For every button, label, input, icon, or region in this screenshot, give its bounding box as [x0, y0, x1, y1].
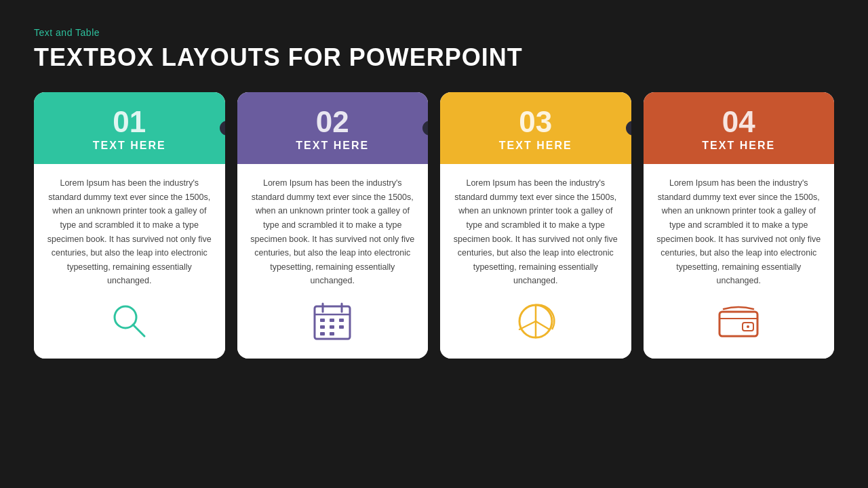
card-3: 03TEXT HERELorem Ipsum has been the indu…: [440, 92, 631, 359]
card-icon-3: [514, 298, 557, 345]
card-number-1: 01: [113, 107, 146, 137]
card-body-1: Lorem Ipsum has been the industry's stan…: [34, 164, 225, 359]
svg-rect-8: [339, 319, 344, 322]
card-text-2: Lorem Ipsum has been the industry's stan…: [248, 176, 418, 288]
card-header-2: 02TEXT HERE: [237, 92, 429, 164]
card-wrapper-4: 04TEXT HERELorem Ipsum has been the indu…: [644, 92, 835, 468]
card-number-4: 04: [722, 107, 755, 137]
svg-rect-9: [320, 325, 325, 329]
card-icon-4: [717, 298, 760, 345]
svg-rect-11: [339, 325, 344, 329]
card-header-3: 03TEXT HERE: [440, 92, 631, 164]
svg-rect-6: [320, 319, 325, 322]
card-label-1: TEXT HERE: [93, 140, 166, 152]
svg-rect-10: [330, 325, 334, 329]
card-text-4: Lorem Ipsum has been the industry's stan…: [654, 176, 824, 288]
card-number-2: 02: [316, 107, 349, 137]
card-number-3: 03: [519, 107, 552, 137]
svg-point-18: [747, 325, 749, 328]
card-1: 01TEXT HERELorem Ipsum has been the indu…: [34, 92, 225, 359]
svg-rect-7: [330, 319, 334, 322]
card-icon-1: [108, 298, 151, 345]
card-label-2: TEXT HERE: [296, 140, 369, 152]
card-body-4: Lorem Ipsum has been the industry's stan…: [644, 164, 835, 359]
card-body-3: Lorem Ipsum has been the industry's stan…: [440, 164, 631, 359]
main-title: TEXTBOX LAYOUTS FOR POWERPOINT: [34, 43, 834, 72]
card-label-4: TEXT HERE: [702, 140, 775, 152]
card-header-1: 01TEXT HERE: [34, 92, 225, 164]
svg-rect-15: [719, 312, 757, 336]
card-icon-2: [311, 298, 354, 345]
card-body-2: Lorem Ipsum has been the industry's stan…: [237, 164, 429, 359]
card-2: 02TEXT HERELorem Ipsum has been the indu…: [237, 92, 429, 359]
card-wrapper-1: 01TEXT HERELorem Ipsum has been the indu…: [34, 92, 225, 468]
card-label-3: TEXT HERE: [499, 140, 572, 152]
card-text-1: Lorem Ipsum has been the industry's stan…: [45, 176, 214, 288]
card-wrapper-2: 02TEXT HERELorem Ipsum has been the indu…: [237, 92, 429, 468]
slide: Text and Table TEXTBOX LAYOUTS FOR POWER…: [0, 0, 868, 488]
svg-rect-13: [330, 332, 334, 336]
svg-rect-12: [320, 332, 325, 336]
card-header-4: 04TEXT HERE: [644, 92, 835, 164]
card-text-3: Lorem Ipsum has been the industry's stan…: [451, 176, 620, 288]
subtitle: Text and Table: [34, 27, 834, 38]
cards-container: 01TEXT HERELorem Ipsum has been the indu…: [34, 92, 834, 468]
card-4: 04TEXT HERELorem Ipsum has been the indu…: [644, 92, 835, 359]
svg-line-1: [133, 325, 144, 336]
card-wrapper-3: 03TEXT HERELorem Ipsum has been the indu…: [440, 92, 631, 468]
